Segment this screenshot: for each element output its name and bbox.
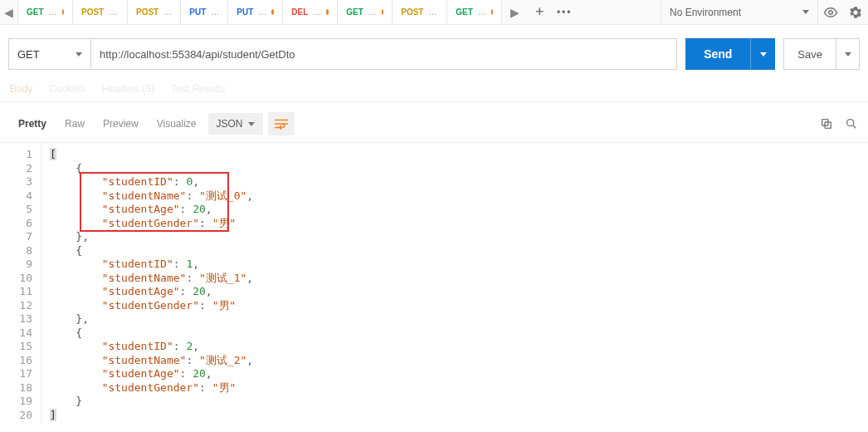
- svg-point-5: [847, 120, 854, 126]
- http-method-label: GET: [17, 48, 40, 61]
- tabs-scroll-left[interactable]: ◀: [0, 0, 18, 25]
- tab-method: DEL: [291, 7, 308, 17]
- tab-ellipsis: …: [49, 7, 57, 17]
- environment-quicklook-icon[interactable]: [818, 0, 843, 25]
- resp-tab-pretty[interactable]: Pretty: [12, 113, 53, 135]
- unsaved-dot-icon: [491, 9, 493, 15]
- request-tab[interactable]: DEL…: [283, 0, 338, 24]
- request-tab[interactable]: POST…: [128, 0, 181, 24]
- search-response-icon[interactable]: [845, 117, 858, 130]
- request-tab[interactable]: PUT…: [228, 0, 283, 24]
- tab-ellipsis: …: [478, 7, 486, 17]
- tab-method: POST: [81, 7, 104, 17]
- request-tab[interactable]: GET…: [18, 0, 73, 24]
- new-tab-button[interactable]: +: [527, 0, 552, 25]
- resp-tab-preview[interactable]: Preview: [96, 113, 145, 135]
- save-button[interactable]: Save: [783, 38, 836, 70]
- tab-method: GET: [456, 7, 473, 17]
- save-dropdown[interactable]: [836, 38, 860, 70]
- send-dropdown[interactable]: [750, 38, 775, 70]
- request-subtabs: Body Cookies Headers (5) Test Results: [0, 83, 868, 96]
- unsaved-dot-icon: [326, 9, 329, 15]
- response-code[interactable]: [ { "studentID": 0, "studentName": "测试_0…: [41, 143, 868, 425]
- svg-point-0: [829, 10, 833, 14]
- request-tab[interactable]: PUT…: [181, 0, 228, 24]
- tab-overflow-menu[interactable]: •••: [552, 0, 577, 25]
- unsaved-dot-icon: [62, 9, 64, 15]
- subtab-headers[interactable]: Headers (5): [102, 83, 154, 96]
- tab-method: GET: [27, 7, 44, 17]
- send-button[interactable]: Send: [685, 38, 750, 70]
- response-body: 1234567891011121314151617181920 [ { "stu…: [0, 142, 868, 425]
- unsaved-dot-icon: [271, 9, 274, 15]
- request-tab[interactable]: POST…: [393, 0, 447, 24]
- chevron-down-icon: [845, 52, 851, 56]
- chevron-down-icon: [76, 52, 82, 56]
- resp-tab-raw[interactable]: Raw: [58, 113, 91, 135]
- settings-gear-icon[interactable]: [843, 0, 868, 25]
- tab-method: PUT: [237, 7, 253, 17]
- copy-response-icon[interactable]: [820, 117, 833, 130]
- line-wrap-toggle[interactable]: [268, 112, 295, 135]
- tab-ellipsis: …: [428, 7, 436, 17]
- resp-tab-visualize[interactable]: Visualize: [150, 113, 203, 135]
- request-tab[interactable]: GET…: [338, 0, 393, 24]
- environment-label: No Environment: [670, 7, 741, 18]
- tabs-scroll-right[interactable]: ▶: [502, 0, 527, 25]
- format-selector[interactable]: JSON: [208, 113, 263, 135]
- svg-line-6: [853, 125, 856, 129]
- tab-method: POST: [401, 7, 423, 17]
- tab-ellipsis: …: [211, 7, 219, 17]
- tab-method: GET: [346, 7, 363, 17]
- chevron-down-icon: [760, 52, 767, 56]
- request-tabs: GET…POST…POST…PUT…PUT…DEL…GET…POST…GET…: [18, 0, 502, 24]
- tabs-row: ◀ GET…POST…POST…PUT…PUT…DEL…GET…POST…GET…: [0, 0, 868, 25]
- tab-ellipsis: …: [109, 7, 117, 17]
- tab-ellipsis: …: [163, 7, 172, 17]
- tab-method: PUT: [189, 7, 206, 17]
- request-tab[interactable]: GET…: [447, 0, 502, 24]
- environment-selector[interactable]: No Environment: [661, 0, 818, 25]
- tab-ellipsis: …: [368, 7, 377, 17]
- unsaved-dot-icon: [382, 9, 383, 15]
- subtab-tests[interactable]: Test Results: [171, 83, 225, 96]
- tab-method: POST: [136, 7, 158, 17]
- format-label: JSON: [217, 118, 243, 130]
- tab-ellipsis: …: [313, 7, 321, 17]
- http-method-selector[interactable]: GET: [8, 38, 91, 70]
- tab-ellipsis: …: [258, 7, 266, 17]
- chevron-down-icon: [802, 10, 809, 14]
- line-gutter: 1234567891011121314151617181920: [0, 143, 41, 425]
- request-url-input[interactable]: [91, 38, 677, 70]
- subtab-cookies[interactable]: Cookies: [49, 83, 85, 96]
- subtab-body[interactable]: Body: [10, 83, 32, 96]
- chevron-down-icon: [248, 122, 255, 126]
- request-tab[interactable]: POST…: [73, 0, 128, 24]
- response-toolbar: Pretty Raw Preview Visualize JSON: [0, 101, 868, 142]
- request-row: GET Send Save: [0, 25, 868, 83]
